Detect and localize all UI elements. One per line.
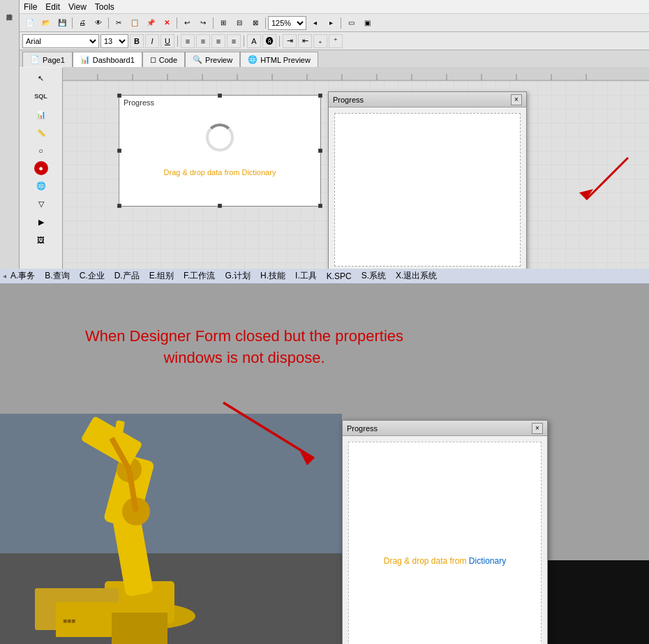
grid-icon[interactable]: ⊞ (216, 17, 230, 29)
progress-widget-design[interactable]: Progress Drag & drop data from Dictionar… (119, 95, 321, 207)
open-icon[interactable]: 📂 (39, 17, 53, 29)
bottom-menu-7[interactable]: H.技能 (260, 270, 285, 282)
outdent-icon[interactable]: ⇤ (298, 34, 312, 48)
superscript-icon[interactable]: ⁺ (329, 34, 343, 48)
html-preview-icon: 🌐 (248, 55, 258, 64)
bg-color-icon[interactable]: 🅐 (262, 34, 276, 48)
bottom-menu-10[interactable]: S.系统 (361, 270, 386, 282)
handle-mr[interactable] (318, 149, 322, 153)
svg-line-41 (223, 403, 314, 458)
new-icon[interactable]: 📄 (23, 17, 37, 29)
rect2-icon[interactable]: ▣ (360, 17, 374, 29)
dialog-title-bar-top: Progress × (329, 92, 526, 107)
ruler-top (63, 67, 649, 81)
delete-icon[interactable]: ✕ (160, 17, 174, 29)
align-center-icon[interactable]: ≡ (196, 34, 210, 48)
handle-ml[interactable] (117, 149, 121, 153)
sidebar-arrow-icon[interactable]: ▶ (33, 214, 49, 230)
underline-button[interactable]: U (161, 34, 174, 48)
font-select[interactable]: Arial (22, 34, 99, 48)
bottom-menu-8[interactable]: I.工具 (295, 270, 317, 282)
drag-drop-text: Drag & drop data from Dictionary (119, 168, 320, 177)
dialog-close-bottom[interactable]: × (532, 423, 543, 434)
sidebar-filter-icon[interactable]: ▽ (33, 196, 49, 211)
drag-text-static: Drag & drop data from (384, 556, 469, 566)
sep4 (213, 17, 214, 29)
zoom-dec-icon[interactable]: ◂ (308, 17, 322, 29)
progress-dialog-design: Progress × (328, 91, 527, 269)
size-select[interactable]: 13 (100, 34, 128, 48)
preview-icon-tab: 🔍 (193, 55, 202, 64)
handle-bm[interactable] (218, 204, 222, 208)
color-icon[interactable]: A (247, 34, 261, 48)
zoom-inc-icon[interactable]: ▸ (324, 17, 338, 29)
zoom-select[interactable]: 125% 100% 75% (268, 16, 306, 30)
handle-br[interactable] (318, 204, 322, 208)
bottom-menu-0[interactable]: A.事务 (10, 270, 35, 282)
bottom-menu-3[interactable]: D.产品 (114, 270, 140, 282)
handle-tm[interactable] (218, 93, 222, 98)
sidebar-sql-icon[interactable]: SQL (33, 89, 49, 104)
menu-edit[interactable]: Edit (45, 2, 60, 12)
second-sidebar: ↖ SQL 📊 📏 ○ ● 🌐 ▽ ▶ 🖼 (20, 68, 63, 269)
tab-dashboard1-label: Dashboard1 (93, 56, 135, 64)
menu-tools[interactable]: Tools (95, 2, 114, 12)
tab-preview[interactable]: 🔍 Preview (185, 52, 240, 67)
sidebar-image-icon[interactable]: 🖼 (33, 232, 49, 248)
align-icon[interactable]: ⊟ (232, 17, 246, 29)
sidebar-chart-icon[interactable]: 📊 (33, 107, 49, 122)
sidebar-globe-icon[interactable]: 🌐 (33, 178, 49, 193)
paste-icon[interactable]: 📌 (144, 17, 158, 29)
bottom-menu-9[interactable]: K.SPC (327, 271, 352, 281)
preview-icon[interactable]: 👁 (91, 17, 105, 29)
svg-rect-36 (112, 613, 167, 644)
bottom-menu-6[interactable]: G.计划 (225, 270, 251, 282)
indent-icon[interactable]: ⇥ (283, 34, 297, 48)
bold-button[interactable]: B (130, 34, 144, 48)
sidebar-ruler-icon[interactable]: 📏 (33, 125, 49, 140)
sidebar-cursor-icon[interactable]: ↖ (33, 70, 49, 86)
bottom-section: ◂ A.事务 B.查询 C.企业 D.产品 E.组别 F.工作流 G.计划 H.… (0, 269, 649, 644)
bottom-menu-1[interactable]: B.查询 (45, 270, 69, 282)
dialog-title-bar-bottom: Progress × (343, 421, 547, 436)
dict-link[interactable]: Dictionary (469, 556, 506, 566)
bottom-menu-5[interactable]: F.工作流 (184, 270, 215, 282)
dialog-drag-text: Drag & drop data from Dictionary (384, 556, 506, 566)
snap-icon[interactable]: ⊠ (248, 17, 262, 29)
page1-icon: 📄 (30, 55, 40, 64)
undo-icon[interactable]: ↩ (180, 17, 194, 29)
tab-dashboard1[interactable]: 📊 Dashboard1 (73, 52, 142, 67)
tab-code[interactable]: ◻ Code (142, 52, 185, 67)
sidebar-red-icon[interactable]: ● (34, 161, 48, 175)
rect-icon[interactable]: ▭ (344, 17, 358, 29)
subscript-icon[interactable]: ₊ (313, 34, 327, 48)
align-right-icon[interactable]: ≡ (211, 34, 225, 48)
bottom-menu-4[interactable]: E.组别 (149, 270, 174, 282)
menu-view[interactable]: View (68, 2, 87, 12)
dialog-content-bottom: Drag & drop data from Dictionary (348, 442, 542, 644)
handle-bl[interactable] (117, 204, 121, 208)
handle-tl[interactable] (117, 93, 121, 98)
copy-icon[interactable]: 📋 (128, 17, 142, 29)
bottom-menu-11[interactable]: X.退出系统 (396, 270, 437, 282)
align-left-icon[interactable]: ≡ (181, 34, 195, 48)
sidebar-icon-1[interactable]: 报表及标准计件 (2, 1, 17, 17)
dialog-close-top[interactable]: × (511, 94, 522, 105)
spinner-circle (206, 123, 234, 151)
align-justify-icon[interactable]: ≡ (227, 34, 241, 48)
bottom-menu-2[interactable]: C.企业 (80, 270, 105, 282)
design-canvas: Progress Drag & drop data from Dictionar… (63, 81, 649, 269)
save-icon[interactable]: 💾 (55, 17, 69, 29)
italic-button[interactable]: I (145, 34, 159, 48)
redo-icon[interactable]: ↪ (196, 17, 210, 29)
print-icon[interactable]: 🖨 (75, 17, 89, 29)
cut-icon[interactable]: ✂ (112, 17, 126, 29)
tab-page1[interactable]: 📄 Page1 (22, 52, 73, 67)
progress-dialog-bottom: Progress × Drag & drop data from Diction… (342, 420, 548, 644)
tab-html-preview[interactable]: 🌐 HTML Preview (240, 52, 318, 67)
handle-tr[interactable] (318, 93, 322, 98)
sep1 (72, 17, 73, 29)
format-toolbar: Arial 13 B I U ≡ ≡ ≡ ≡ A 🅐 ⇥ ⇤ ₊ ⁺ (20, 32, 649, 50)
menu-file[interactable]: File (24, 2, 37, 12)
sidebar-circle-icon[interactable]: ○ (33, 143, 49, 158)
